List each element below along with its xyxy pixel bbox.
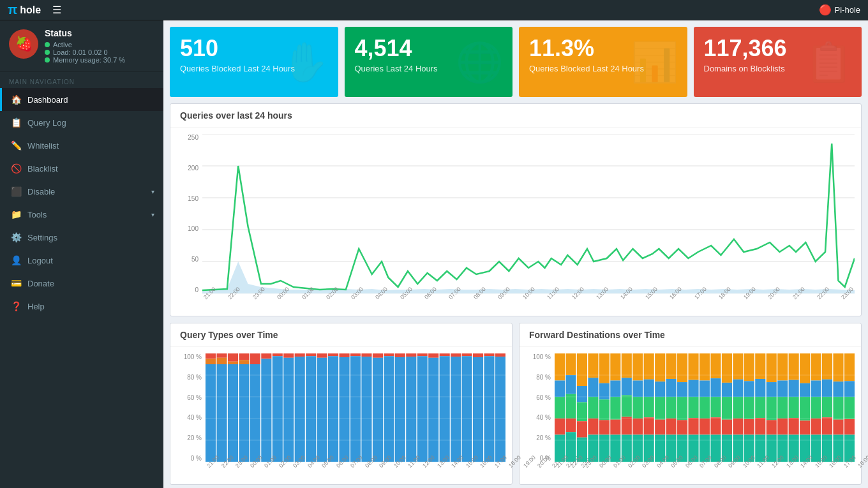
query-types-title: Query Types over Time (170, 323, 512, 347)
svg-rect-50 (428, 353, 438, 358)
svg-rect-17 (239, 364, 249, 462)
pihole-brand: 🔴 Pi-hole (819, 4, 860, 16)
memory-label: Memory usage: 30.7 % (53, 56, 125, 64)
svg-rect-59 (473, 357, 483, 462)
svg-rect-40 (373, 353, 383, 358)
sidebar-item-tools[interactable]: 📁 Tools ▾ (0, 203, 163, 226)
svg-rect-192 (822, 397, 832, 417)
line-chart-title: Queries over last 24 hours (170, 104, 861, 128)
fd-x-axis: 21:00 22:00 23:00 00:00 01:00 02:00 03:0… (555, 462, 855, 481)
line-chart-body: 250 200 150 100 50 0 (170, 128, 861, 316)
svg-rect-35 (339, 357, 349, 462)
sidebar-item-query-log[interactable]: 📋 Query Log (0, 111, 163, 134)
sidebar-item-logout[interactable]: 👤 Logout (0, 249, 163, 272)
svg-rect-19 (250, 364, 260, 462)
svg-rect-53 (440, 356, 450, 462)
svg-rect-198 (833, 420, 843, 435)
svg-rect-200 (844, 353, 855, 381)
svg-rect-155 (744, 353, 754, 381)
y-label-0: 0 (195, 286, 198, 293)
svg-rect-128 (677, 420, 687, 435)
query-types-panel: Query Types over Time 100 % 80 % 60 % 40… (170, 323, 513, 485)
svg-rect-46 (406, 353, 416, 357)
sidebar-item-label-logout: Logout (27, 256, 53, 265)
svg-rect-168 (767, 420, 777, 435)
sidebar-item-whitelist[interactable]: ✏️ Whitelist (0, 134, 163, 157)
svg-rect-12 (228, 353, 238, 362)
y-label-0pct: 0 % (191, 455, 202, 462)
svg-rect-143 (710, 417, 721, 434)
sidebar-item-label-help: Help (27, 302, 45, 311)
svg-rect-123 (666, 418, 677, 435)
y-label-250: 250 (188, 134, 198, 141)
svg-rect-105 (632, 353, 643, 381)
svg-rect-110 (644, 353, 654, 380)
logout-icon: 👤 (11, 255, 21, 265)
y-label-100pct: 100 % (184, 353, 202, 360)
status-load-row: Load: 0.01 0.02 0 (45, 48, 125, 56)
header: π hole ☰ 🔴 Pi-hole (0, 0, 868, 20)
svg-rect-43 (384, 356, 394, 462)
svg-rect-49 (417, 356, 428, 462)
stat-card-queries-total: 4,514 Queries Last 24 Hours 🌐 (345, 27, 513, 97)
svg-rect-190 (822, 353, 832, 380)
svg-rect-126 (677, 382, 687, 397)
stat-card-percent-blocked: 11.3% Queries Blocked Last 24 Hours 📊 (519, 27, 687, 97)
svg-rect-193 (822, 417, 832, 434)
sidebar-item-settings[interactable]: ⚙️ Settings (0, 226, 163, 249)
svg-rect-140 (710, 353, 721, 378)
svg-rect-118 (655, 420, 665, 435)
menu-toggle-icon[interactable]: ☰ (52, 4, 61, 16)
svg-rect-51 (428, 358, 438, 462)
svg-rect-83 (577, 421, 587, 438)
svg-rect-25 (283, 358, 294, 462)
svg-rect-29 (306, 356, 316, 462)
line-chart-svg-container (202, 134, 855, 293)
sidebar-item-label-blacklist: Blacklist (27, 164, 58, 174)
disable-icon: ⬛ (11, 186, 21, 196)
forward-destinations-body: 100 % 80 % 60 % 40 % 20 % 0 % (520, 347, 861, 484)
svg-rect-33 (328, 356, 338, 462)
svg-rect-150 (733, 353, 743, 380)
svg-rect-135 (700, 353, 710, 381)
sidebar-item-dashboard[interactable]: 🏠 Dashboard (0, 88, 163, 111)
forward-destinations-svg (555, 353, 855, 462)
svg-rect-177 (789, 397, 799, 418)
svg-rect-121 (666, 379, 677, 397)
svg-rect-141 (710, 378, 721, 397)
svg-rect-187 (811, 397, 821, 418)
svg-rect-113 (644, 417, 654, 434)
sidebar: 🍓 Status Active Load: 0.01 0.02 0 Memory… (0, 20, 163, 488)
sidebar-item-help[interactable]: ❓ Help (0, 295, 163, 318)
svg-rect-111 (644, 380, 654, 397)
query-types-chart: 100 % 80 % 60 % 40 % 20 % 0 % bars gene (177, 353, 505, 481)
pie-chart-icon: 📊 (631, 40, 678, 85)
forward-destinations-chart: 100 % 80 % 60 % 40 % 20 % 0 % (526, 353, 855, 481)
y-axis: 250 200 150 100 50 0 (177, 134, 201, 293)
svg-rect-102 (622, 395, 632, 417)
sidebar-item-disable[interactable]: ⬛ Disable ▾ (0, 180, 163, 203)
line-chart-panel: Queries over last 24 hours 250 200 150 1… (170, 103, 862, 316)
sidebar-item-donate[interactable]: 💳 Donate (0, 272, 163, 295)
svg-rect-71 (555, 381, 565, 397)
svg-rect-75 (565, 353, 576, 375)
svg-rect-39 (361, 357, 371, 462)
svg-rect-195 (833, 353, 843, 381)
svg-rect-130 (688, 353, 698, 380)
load-label: Load: 0.01 0.02 0 (53, 48, 108, 56)
svg-rect-88 (588, 418, 598, 435)
svg-rect-14 (228, 364, 238, 462)
stat-cards: 510 Queries Blocked Last 24 Hours ✋ 4,51… (170, 27, 862, 97)
svg-rect-54 (451, 353, 461, 357)
sidebar-item-blacklist[interactable]: 🚫 Blacklist (0, 157, 163, 180)
svg-rect-31 (317, 358, 327, 462)
svg-rect-165 (767, 353, 777, 382)
svg-rect-23 (273, 356, 283, 462)
line-chart-svg (202, 134, 855, 293)
svg-rect-157 (744, 397, 754, 419)
svg-rect-95 (610, 353, 620, 381)
svg-rect-100 (622, 353, 632, 378)
svg-rect-175 (789, 353, 799, 380)
svg-rect-47 (406, 357, 416, 462)
svg-rect-203 (844, 419, 855, 435)
